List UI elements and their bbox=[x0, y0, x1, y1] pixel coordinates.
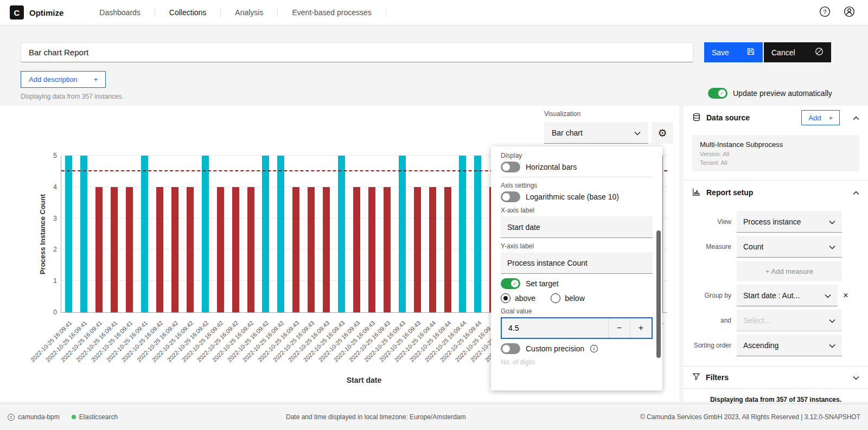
add-measure-button[interactable]: + Add measure bbox=[737, 261, 842, 281]
and-select-value: Select... bbox=[743, 316, 771, 325]
minus-icon: − bbox=[617, 323, 622, 332]
nav-item-analysis[interactable]: Analysis bbox=[221, 0, 277, 25]
y-axis-title: Process Instance Count bbox=[39, 194, 47, 274]
data-source-header: Data source Add + bbox=[684, 106, 868, 130]
chevron-down-icon bbox=[829, 217, 835, 226]
goal-value-input[interactable] bbox=[502, 318, 608, 338]
bar[interactable] bbox=[414, 187, 421, 312]
goal-value-field: − + bbox=[501, 317, 653, 339]
log-scale-label: Logarithmic scale (base 10) bbox=[526, 192, 619, 201]
horizontal-bars-toggle[interactable] bbox=[501, 162, 520, 172]
plus-icon: + bbox=[828, 114, 833, 122]
y-tick-label: 3 bbox=[43, 215, 57, 222]
bar[interactable] bbox=[308, 187, 315, 312]
report-name-input[interactable] bbox=[21, 42, 693, 62]
bar-slot bbox=[152, 156, 168, 312]
and-select[interactable]: Select... bbox=[737, 310, 842, 331]
add-datasource-button[interactable]: Add + bbox=[801, 110, 840, 125]
group-by-remove-button[interactable]: × bbox=[840, 291, 852, 300]
above-label: above bbox=[515, 294, 535, 303]
measure-select[interactable]: Count bbox=[737, 236, 842, 258]
chart-settings-button[interactable]: ⚙ bbox=[652, 122, 673, 144]
svg-text:i: i bbox=[593, 346, 595, 351]
log-scale-toggle[interactable] bbox=[501, 191, 520, 202]
bar[interactable] bbox=[459, 156, 466, 312]
bar[interactable] bbox=[353, 187, 360, 312]
help-button[interactable]: ? bbox=[819, 6, 831, 19]
increment-button[interactable]: + bbox=[630, 318, 652, 338]
chevron-up-icon[interactable] bbox=[853, 113, 859, 122]
chart-panel: Visualization Bar chart ⚙ Process Instan… bbox=[0, 106, 679, 401]
nav-right: ? bbox=[819, 6, 868, 19]
bar[interactable] bbox=[171, 187, 178, 312]
set-target-toggle[interactable] bbox=[501, 278, 520, 289]
group-by-select[interactable]: Start date : Aut... bbox=[737, 285, 838, 306]
visualization-select[interactable]: Bar chart bbox=[544, 122, 648, 144]
bar[interactable] bbox=[217, 187, 224, 312]
bar[interactable] bbox=[368, 187, 375, 312]
chevron-up-icon[interactable] bbox=[853, 188, 859, 197]
y-tick-label: 2 bbox=[43, 246, 57, 253]
bar-slot bbox=[440, 156, 455, 312]
cancel-button[interactable]: Cancel bbox=[764, 42, 831, 62]
filters-title: Filters bbox=[706, 373, 729, 382]
config-sidebar: Data source Add + Multi-Instance Subproc… bbox=[684, 106, 868, 401]
bar[interactable] bbox=[156, 187, 163, 312]
nav-item-collections[interactable]: Collections bbox=[155, 0, 220, 25]
add-description-button[interactable]: Add description + bbox=[21, 71, 106, 88]
decrement-button[interactable]: − bbox=[608, 318, 630, 338]
display-heading: Display bbox=[501, 152, 653, 159]
bar[interactable] bbox=[202, 156, 209, 312]
bar[interactable] bbox=[65, 156, 72, 312]
bar[interactable] bbox=[292, 187, 299, 312]
sorting-order-select[interactable]: Ascending bbox=[737, 335, 842, 356]
bar[interactable] bbox=[141, 156, 148, 312]
bar[interactable] bbox=[80, 156, 87, 312]
bar-slot bbox=[410, 156, 425, 312]
bar[interactable] bbox=[338, 156, 345, 312]
report-setup-row: Sorting orderAscending bbox=[692, 335, 859, 356]
bar[interactable] bbox=[95, 187, 103, 312]
data-source-card[interactable]: Multi-Instance Subprocess Version: All T… bbox=[692, 135, 859, 171]
bar[interactable] bbox=[444, 187, 451, 312]
y-axis-label-input[interactable] bbox=[501, 252, 653, 274]
bar[interactable] bbox=[384, 187, 391, 312]
bar-slot bbox=[137, 156, 152, 312]
popover-scrollbar[interactable] bbox=[656, 230, 661, 358]
bar-slot bbox=[61, 156, 76, 312]
timezone-note: Date and time displayed in local timezon… bbox=[286, 413, 466, 421]
view-select[interactable]: Process instance bbox=[737, 211, 842, 233]
report-setup-row-label: Measure bbox=[692, 243, 737, 251]
divider bbox=[501, 177, 653, 177]
bar[interactable] bbox=[262, 156, 269, 312]
below-radio[interactable] bbox=[551, 293, 560, 303]
bar[interactable] bbox=[187, 187, 194, 312]
bar[interactable] bbox=[323, 187, 330, 312]
bar[interactable] bbox=[111, 187, 118, 312]
bar[interactable] bbox=[399, 156, 406, 312]
bar-slot bbox=[273, 156, 289, 312]
nav-item-dashboards[interactable]: Dashboards bbox=[85, 0, 155, 25]
report-setup-row-label: Group by bbox=[692, 292, 737, 299]
digits-heading: No. of digits bbox=[501, 358, 653, 366]
bar-slot bbox=[182, 156, 197, 312]
bar[interactable] bbox=[429, 187, 436, 312]
bar-slot bbox=[167, 156, 182, 312]
update-preview-toggle[interactable] bbox=[708, 88, 727, 99]
bar[interactable] bbox=[232, 187, 239, 312]
x-axis-label-input[interactable] bbox=[501, 216, 653, 238]
bar[interactable] bbox=[126, 187, 133, 312]
report-setup-row: Group byStart date : Aut...× bbox=[692, 285, 859, 306]
bar[interactable] bbox=[474, 156, 481, 312]
above-radio[interactable] bbox=[501, 293, 510, 303]
chevron-down-icon[interactable] bbox=[853, 373, 859, 382]
save-button[interactable]: Save bbox=[704, 42, 763, 62]
bar[interactable] bbox=[247, 187, 254, 312]
nav-item-event-based-processes[interactable]: Event-based processes bbox=[278, 0, 385, 25]
user-button[interactable] bbox=[844, 6, 855, 19]
info-icon[interactable]: i bbox=[590, 344, 598, 353]
bar[interactable] bbox=[277, 156, 284, 312]
update-preview-label: Update preview automatically bbox=[733, 89, 832, 98]
custom-precision-toggle[interactable] bbox=[501, 343, 520, 354]
axis-settings-heading: Axis settings bbox=[501, 182, 653, 189]
